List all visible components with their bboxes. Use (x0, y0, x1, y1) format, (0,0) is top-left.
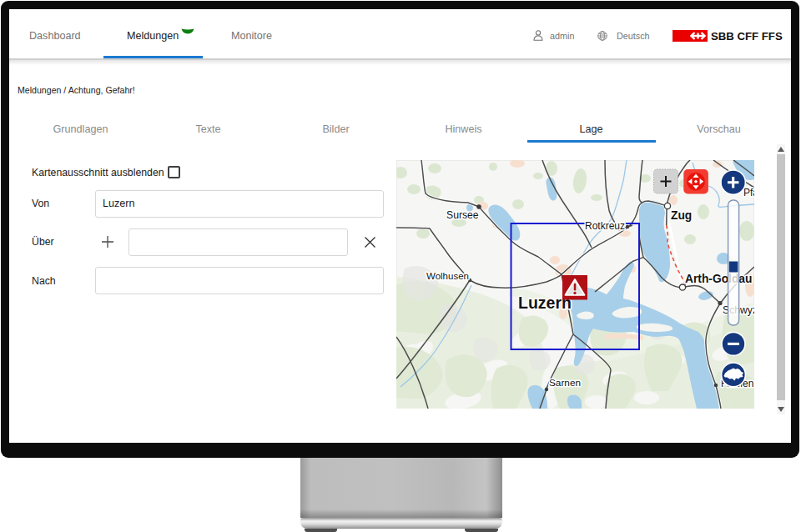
svg-text:Rotkreuz: Rotkreuz (585, 220, 625, 232)
svg-text:Arth-Goldau: Arth-Goldau (685, 273, 752, 285)
svg-text:Pfäffikon: Pfäffikon (743, 187, 754, 198)
svg-text:Zug: Zug (671, 209, 692, 222)
svg-text:Sarnen: Sarnen (549, 377, 581, 389)
svg-text:Sursee: Sursee (446, 209, 479, 221)
svg-text:Wolhusen: Wolhusen (426, 271, 469, 281)
